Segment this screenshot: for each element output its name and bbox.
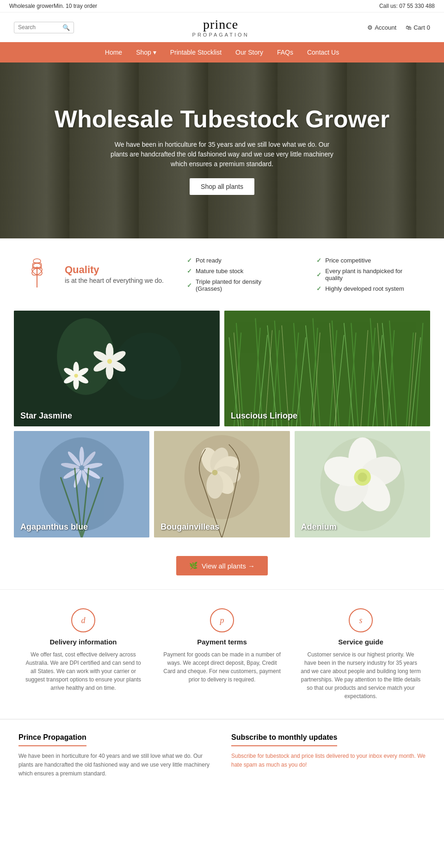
svg-point-15: [107, 359, 112, 363]
plant-row-top: Star Jasmine: [14, 311, 430, 426]
nav-item-shop[interactable]: Shop ▾: [136, 49, 156, 56]
svg-point-85: [212, 470, 218, 475]
plant-name-agapanthus: Agapanthus blue: [20, 522, 88, 532]
quality-section: Quality is at the heart of everything we…: [0, 238, 444, 311]
header-right: ⚙ Account 🛍 Cart 0: [367, 24, 430, 31]
plant-card-bougainvillea[interactable]: Bougainvilleas: [154, 431, 290, 537]
plant-name-bougainvillea: Bougainvilleas: [160, 522, 219, 532]
feature-label: Mature tube stock: [196, 268, 243, 275]
plant-card-liriope[interactable]: Luscious Liriope: [224, 311, 430, 426]
check-icon: ✓: [316, 285, 321, 292]
feature-pot-ready: ✓ Pot ready: [187, 257, 289, 264]
plant-name-adenium: Adenium: [301, 522, 337, 532]
footer-col-subscribe: Subscribe to monthly updates Subscribe f…: [231, 733, 426, 779]
view-all-label: View all plants →: [202, 562, 255, 570]
quality-col-left: ✓ Pot ready ✓ Mature tube stock ✓ Triple…: [187, 257, 289, 292]
plant-name-liriope: Luscious Liriope: [231, 411, 297, 421]
search-input[interactable]: [18, 24, 62, 31]
logo-sub: PROPAGATION: [192, 32, 249, 37]
delivery-title: Delivery information: [23, 638, 143, 646]
check-icon: ✓: [316, 271, 321, 278]
svg-point-94: [358, 473, 367, 482]
footer-col-about: Prince Propagation We have been in horti…: [18, 733, 213, 779]
hero-section: Wholesale Tubestock Grower We have been …: [0, 62, 444, 238]
wholesale-grower-label: Wholesale grower: [9, 3, 54, 9]
cart-button[interactable]: 🛍 Cart 0: [406, 24, 430, 31]
quality-features: ✓ Pot ready ✓ Mature tube stock ✓ Triple…: [187, 257, 421, 292]
hero-content: Wholesale Tubestock Grower We have been …: [55, 106, 389, 195]
logo[interactable]: prince PROPAGATION: [192, 17, 249, 37]
info-card-service: s Service guide Customer service is our …: [301, 608, 421, 700]
footer-subscribe-title: Subscribe to monthly updates: [231, 733, 337, 746]
service-text: Customer service is our highest priority…: [301, 650, 421, 700]
header: 🔍 prince PROPAGATION ⚙ Account 🛍 Cart 0: [0, 12, 444, 42]
cart-count: 0: [427, 24, 430, 31]
nav-item-stocklist[interactable]: Printable Stocklist: [170, 49, 222, 56]
svg-point-64: [80, 447, 84, 465]
logo-name: prince: [192, 17, 249, 32]
main-nav: Home Shop ▾ Printable Stocklist Our Stor…: [0, 42, 444, 62]
leaf-icon: 🌿: [189, 562, 198, 570]
delivery-icon: d: [71, 608, 95, 632]
plant-card-adenium[interactable]: Adenium: [295, 431, 430, 537]
footer: Prince Propagation We have been in horti…: [0, 719, 444, 793]
top-bar: Wholesale growerMin. 10 tray order Call …: [0, 0, 444, 12]
plant-grid: Star Jasmine: [0, 311, 444, 542]
search-icon[interactable]: 🔍: [62, 24, 70, 31]
payment-text: Payment for goods can be made in a numbe…: [162, 650, 282, 684]
feature-label: Triple planted for density (Grasses): [196, 278, 289, 292]
check-icon: ✓: [187, 257, 192, 264]
check-icon: ✓: [187, 282, 192, 289]
view-all-section: 🌿 View all plants →: [0, 542, 444, 589]
hero-title: Wholesale Tubestock Grower: [55, 106, 389, 132]
account-icon: ⚙: [367, 24, 373, 31]
hero-description: We have been in horticulture for 35 year…: [106, 140, 338, 169]
service-title: Service guide: [301, 638, 421, 646]
nav-item-story[interactable]: Our Story: [235, 49, 263, 56]
plant-card-jasmine[interactable]: Star Jasmine: [14, 311, 220, 426]
footer-subscribe-text: Subscribe for tubestock and price lists …: [231, 752, 426, 769]
quality-col-right: ✓ Price competitive ✓ Every plant is han…: [316, 257, 421, 292]
feature-label: Every plant is handpicked for quality: [325, 268, 421, 281]
cart-icon: 🛍: [406, 24, 412, 31]
feature-label: Price competitive: [325, 257, 371, 264]
svg-point-4: [32, 262, 43, 270]
info-section: d Delivery information We offer fast, co…: [0, 589, 444, 719]
quality-subtext: is at the heart of everything we do.: [65, 276, 164, 286]
top-bar-left: Wholesale growerMin. 10 tray order: [9, 3, 97, 9]
info-card-delivery: d Delivery information We offer fast, co…: [23, 608, 143, 700]
feature-triple-planted: ✓ Triple planted for density (Grasses): [187, 278, 289, 292]
svg-point-8: [114, 332, 181, 400]
view-all-plants-button[interactable]: 🌿 View all plants →: [176, 556, 268, 575]
info-card-payment: p Payment terms Payment for goods can be…: [162, 608, 282, 700]
nav-item-faqs[interactable]: FAQs: [277, 49, 293, 56]
min-order-label: Min. 10 tray order: [54, 3, 97, 9]
plant-row-bottom: Agapanthus blue: [14, 431, 430, 537]
plant-card-agapanthus[interactable]: Agapanthus blue: [14, 431, 149, 537]
service-icon: s: [349, 608, 373, 632]
svg-point-22: [74, 374, 78, 377]
search-box[interactable]: 🔍: [14, 22, 74, 33]
feature-label: Highly developed root system: [325, 285, 404, 292]
quality-icon-area: [23, 257, 51, 292]
footer-about-title: Prince Propagation: [18, 733, 86, 746]
quality-text: Quality is at the heart of everything we…: [65, 264, 164, 286]
svg-point-84: [207, 473, 223, 499]
call-us-label: Call us: 07 55 330 488: [379, 3, 435, 9]
nav-item-home[interactable]: Home: [105, 49, 122, 56]
feature-mature-tube: ✓ Mature tube stock: [187, 268, 289, 275]
feature-handpicked: ✓ Every plant is handpicked for quality: [316, 268, 421, 281]
footer-about-text: We have been in horticulture for 40 year…: [18, 752, 213, 779]
cart-label: Cart: [413, 24, 425, 31]
account-button[interactable]: ⚙ Account: [367, 24, 396, 31]
payment-title: Payment terms: [162, 638, 282, 646]
feature-root-system: ✓ Highly developed root system: [316, 285, 421, 292]
feature-label: Pot ready: [196, 257, 222, 264]
feature-price-competitive: ✓ Price competitive: [316, 257, 421, 264]
check-icon: ✓: [187, 268, 192, 275]
quality-heading: Quality: [65, 264, 164, 276]
shop-all-plants-button[interactable]: Shop all plants: [190, 178, 254, 195]
nav-item-contact[interactable]: Contact Us: [307, 49, 339, 56]
plant-icon: [23, 257, 51, 290]
plant-name-jasmine: Star Jasmine: [20, 411, 72, 421]
